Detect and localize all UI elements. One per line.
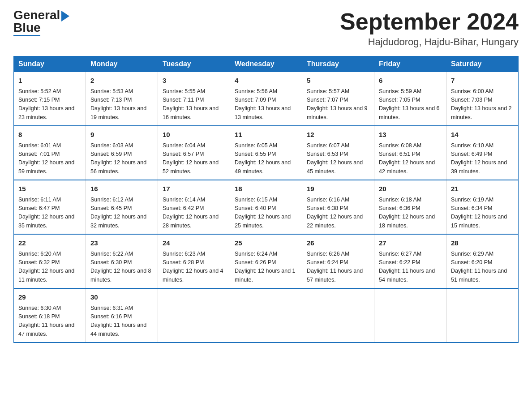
day-number: 21 [451,184,514,194]
col-header-tuesday: Tuesday [158,56,230,72]
col-header-wednesday: Wednesday [230,56,302,72]
day-info: Sunrise: 6:07 AMSunset: 6:53 PMDaylight:… [307,141,369,176]
month-title: September 2024 [340,9,519,34]
calendar-cell [446,288,519,342]
logo: General Blue [13,9,69,36]
logo-blue: Blue [13,21,41,34]
page-header: General Blue September 2024 Hajdudorog, … [13,9,519,48]
calendar-cell: 17Sunrise: 6:14 AMSunset: 6:42 PMDayligh… [158,180,230,234]
day-info: Sunrise: 5:56 AMSunset: 7:09 PMDaylight:… [235,87,297,122]
calendar-table: SundayMondayTuesdayWednesdayThursdayFrid… [13,56,519,343]
day-info: Sunrise: 5:55 AMSunset: 7:11 PMDaylight:… [163,87,225,122]
calendar-cell: 18Sunrise: 6:15 AMSunset: 6:40 PMDayligh… [230,180,302,234]
day-number: 7 [451,76,514,86]
day-info: Sunrise: 6:00 AMSunset: 7:03 PMDaylight:… [451,87,514,122]
calendar-cell: 6Sunrise: 5:59 AMSunset: 7:05 PMDaylight… [374,72,446,126]
calendar-cell: 19Sunrise: 6:16 AMSunset: 6:38 PMDayligh… [302,180,374,234]
calendar-week-row: 29Sunrise: 6:30 AMSunset: 6:18 PMDayligh… [14,288,519,342]
calendar-cell: 7Sunrise: 6:00 AMSunset: 7:03 PMDaylight… [446,72,519,126]
calendar-cell: 15Sunrise: 6:11 AMSunset: 6:47 PMDayligh… [14,180,86,234]
calendar-week-row: 15Sunrise: 6:11 AMSunset: 6:47 PMDayligh… [14,180,519,234]
calendar-cell: 28Sunrise: 6:29 AMSunset: 6:20 PMDayligh… [446,234,519,288]
day-info: Sunrise: 5:59 AMSunset: 7:05 PMDaylight:… [379,87,442,122]
calendar-cell: 8Sunrise: 6:01 AMSunset: 7:01 PMDaylight… [14,126,86,180]
calendar-cell: 21Sunrise: 6:19 AMSunset: 6:34 PMDayligh… [446,180,519,234]
day-info: Sunrise: 6:26 AMSunset: 6:24 PMDaylight:… [307,250,369,285]
day-number: 22 [18,238,81,248]
day-info: Sunrise: 6:08 AMSunset: 6:51 PMDaylight:… [379,141,442,176]
calendar-cell [158,288,230,342]
day-info: Sunrise: 6:18 AMSunset: 6:36 PMDaylight:… [379,196,442,231]
day-number: 2 [90,76,153,86]
day-number: 19 [307,184,369,194]
calendar-cell: 22Sunrise: 6:20 AMSunset: 6:32 PMDayligh… [14,234,86,288]
calendar-cell: 3Sunrise: 5:55 AMSunset: 7:11 PMDaylight… [158,72,230,126]
day-number: 4 [235,76,297,86]
day-info: Sunrise: 6:14 AMSunset: 6:42 PMDaylight:… [163,196,225,231]
calendar-cell: 9Sunrise: 6:03 AMSunset: 6:59 PMDaylight… [86,126,158,180]
title-block: September 2024 Hajdudorog, Hajdu-Bihar, … [340,9,519,48]
calendar-week-row: 8Sunrise: 6:01 AMSunset: 7:01 PMDaylight… [14,126,519,180]
day-number: 28 [451,238,514,248]
day-info: Sunrise: 6:31 AMSunset: 6:16 PMDaylight:… [90,304,153,339]
calendar-cell: 13Sunrise: 6:08 AMSunset: 6:51 PMDayligh… [374,126,446,180]
calendar-cell: 14Sunrise: 6:10 AMSunset: 6:49 PMDayligh… [446,126,519,180]
calendar-cell: 2Sunrise: 5:53 AMSunset: 7:13 PMDaylight… [86,72,158,126]
day-number: 5 [307,76,369,86]
day-number: 9 [90,130,153,140]
day-number: 27 [379,238,442,248]
calendar-cell: 20Sunrise: 6:18 AMSunset: 6:36 PMDayligh… [374,180,446,234]
day-number: 14 [451,130,514,140]
day-number: 10 [163,130,225,140]
day-number: 8 [18,130,81,140]
day-number: 6 [379,76,442,86]
calendar-cell: 30Sunrise: 6:31 AMSunset: 6:16 PMDayligh… [86,288,158,342]
calendar-cell: 23Sunrise: 6:22 AMSunset: 6:30 PMDayligh… [86,234,158,288]
day-info: Sunrise: 6:10 AMSunset: 6:49 PMDaylight:… [451,141,514,176]
day-number: 25 [235,238,297,248]
col-header-thursday: Thursday [302,56,374,72]
location-title: Hajdudorog, Hajdu-Bihar, Hungary [340,36,519,48]
day-number: 13 [379,130,442,140]
day-info: Sunrise: 5:57 AMSunset: 7:07 PMDaylight:… [307,87,369,122]
calendar-cell: 4Sunrise: 5:56 AMSunset: 7:09 PMDaylight… [230,72,302,126]
calendar-cell: 10Sunrise: 6:04 AMSunset: 6:57 PMDayligh… [158,126,230,180]
day-number: 18 [235,184,297,194]
day-info: Sunrise: 6:30 AMSunset: 6:18 PMDaylight:… [18,304,81,339]
col-header-monday: Monday [86,56,158,72]
calendar-cell: 12Sunrise: 6:07 AMSunset: 6:53 PMDayligh… [302,126,374,180]
day-info: Sunrise: 6:27 AMSunset: 6:22 PMDaylight:… [379,250,442,285]
day-info: Sunrise: 6:01 AMSunset: 7:01 PMDaylight:… [18,141,81,176]
calendar-cell: 26Sunrise: 6:26 AMSunset: 6:24 PMDayligh… [302,234,374,288]
day-info: Sunrise: 6:22 AMSunset: 6:30 PMDaylight:… [90,250,153,285]
day-number: 16 [90,184,153,194]
day-number: 1 [18,76,81,86]
calendar-week-row: 22Sunrise: 6:20 AMSunset: 6:32 PMDayligh… [14,234,519,288]
col-header-sunday: Sunday [14,56,86,72]
day-number: 29 [18,292,81,303]
calendar-cell: 11Sunrise: 6:05 AMSunset: 6:55 PMDayligh… [230,126,302,180]
calendar-cell: 1Sunrise: 5:52 AMSunset: 7:15 PMDaylight… [14,72,86,126]
calendar-cell: 5Sunrise: 5:57 AMSunset: 7:07 PMDaylight… [302,72,374,126]
day-info: Sunrise: 6:04 AMSunset: 6:57 PMDaylight:… [163,141,225,176]
calendar-header-row: SundayMondayTuesdayWednesdayThursdayFrid… [14,56,519,72]
day-number: 23 [90,238,153,248]
day-info: Sunrise: 6:05 AMSunset: 6:55 PMDaylight:… [235,141,297,176]
day-number: 20 [379,184,442,194]
calendar-cell: 16Sunrise: 6:12 AMSunset: 6:45 PMDayligh… [86,180,158,234]
day-number: 24 [163,238,225,248]
calendar-cell: 24Sunrise: 6:23 AMSunset: 6:28 PMDayligh… [158,234,230,288]
day-info: Sunrise: 6:15 AMSunset: 6:40 PMDaylight:… [235,196,297,231]
calendar-week-row: 1Sunrise: 5:52 AMSunset: 7:15 PMDaylight… [14,72,519,126]
col-header-friday: Friday [374,56,446,72]
calendar-cell [230,288,302,342]
day-info: Sunrise: 6:20 AMSunset: 6:32 PMDaylight:… [18,250,81,285]
day-number: 3 [163,76,225,86]
day-number: 15 [18,184,81,194]
day-info: Sunrise: 6:16 AMSunset: 6:38 PMDaylight:… [307,196,369,231]
day-info: Sunrise: 6:19 AMSunset: 6:34 PMDaylight:… [451,196,514,231]
day-info: Sunrise: 6:12 AMSunset: 6:45 PMDaylight:… [90,196,153,231]
calendar-cell: 29Sunrise: 6:30 AMSunset: 6:18 PMDayligh… [14,288,86,342]
calendar-cell: 25Sunrise: 6:24 AMSunset: 6:26 PMDayligh… [230,234,302,288]
logo-general: General [13,9,69,21]
